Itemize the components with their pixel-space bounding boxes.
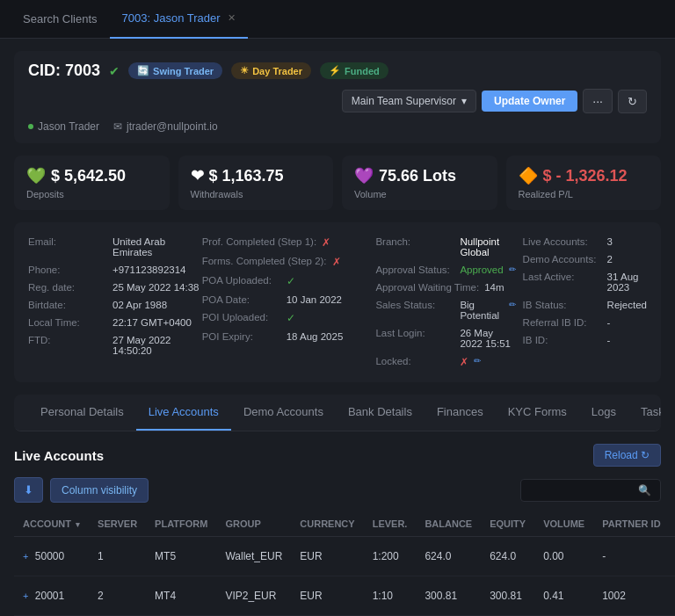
refresh-icon: ↻	[628, 95, 637, 108]
detail-birthdate: Birtdate: 02 Apr 1988	[28, 296, 202, 314]
cell-partner-id: -	[593, 537, 669, 576]
detail-prof-completed: Prof. Completed (Step 1): ✗	[202, 233, 376, 252]
client-header-top-row: CID: 7003 ✔ 🔄 Swing Trader ☀ Day Trader …	[28, 62, 647, 113]
tab-client-7003[interactable]: 7003: Jason Trader ✕	[110, 0, 248, 39]
col-header-currency[interactable]: CURRENCY	[291, 511, 363, 537]
detail-demo-accounts: Demo Accounts: 2	[523, 250, 647, 268]
cell-volume: 0.41	[534, 576, 593, 616]
detail-phone: Phone: +971123892314	[28, 261, 202, 279]
cell-platform: MT4	[146, 576, 216, 616]
cell-balance: 300.81	[416, 576, 481, 616]
detail-ib-id: IB ID: -	[523, 331, 647, 349]
expand-icon[interactable]: +	[23, 591, 28, 601]
client-meta-row: Jason Trader ✉ jtrader@nullpoint.io	[28, 120, 647, 133]
col-header-partner-id[interactable]: PARTNER ID	[593, 511, 669, 537]
cell-currency: EUR	[291, 537, 363, 576]
cell-actions: ···	[670, 537, 675, 576]
more-options-button[interactable]: ···	[583, 89, 613, 113]
funded-icon: ⚡	[329, 65, 341, 76]
swing-icon: 🔄	[137, 65, 149, 76]
accounts-toolbar: ⬇ Column visibility 🔍	[14, 477, 661, 503]
detail-locked: Locked: ✗ ✏	[375, 352, 515, 372]
live-accounts-section: Live Accounts Reload ↻ ⬇ Column visibili…	[14, 444, 661, 616]
badge-funded: ⚡ Funded	[320, 62, 388, 79]
col-header-leverage[interactable]: LEVER.	[364, 511, 417, 537]
col-header-balance[interactable]: BALANCE	[416, 511, 481, 537]
tab-live-accounts[interactable]: Live Accounts	[136, 395, 231, 431]
cell-balance: 624.0	[416, 537, 481, 576]
locked-edit-icon[interactable]: ✏	[474, 356, 481, 366]
detail-poi-expiry: POI Expiry: 18 Aug 2025	[202, 328, 376, 345]
tab-bank-details[interactable]: Bank Details	[336, 395, 425, 431]
detail-forms-completed: Forms. Completed (Step 2): ✗	[202, 252, 376, 272]
cell-group: VIP2_EUR	[216, 576, 291, 616]
detail-ib-status: IB Status: Rejected	[523, 296, 647, 314]
tab-search-clients[interactable]: Search Clients	[11, 0, 110, 39]
search-icon: 🔍	[638, 484, 651, 496]
detail-approval-status: Approval Status: Approved ✏	[375, 261, 515, 279]
cell-volume: 0.00	[534, 537, 593, 576]
detail-col-2: Prof. Completed (Step 1): ✗ Forms. Compl…	[202, 233, 376, 372]
cell-leverage: 1:200	[364, 537, 417, 576]
client-email-meta: ✉ jtrader@nullpoint.io	[113, 120, 218, 133]
approval-edit-icon[interactable]: ✏	[509, 265, 516, 274]
detail-poa-date: POA Date: 10 Jan 2022	[202, 291, 376, 308]
owner-select-group: Main Team Supervisor ▾ Update Owner ··· …	[342, 89, 647, 113]
cell-server: 1	[89, 537, 146, 576]
column-visibility-button[interactable]: Column visibility	[50, 478, 149, 503]
cell-equity: 624.0	[481, 537, 534, 576]
sales-edit-icon[interactable]: ✏	[509, 300, 516, 309]
stat-deposits: 💚 $ 5,642.50 Deposits	[14, 156, 170, 210]
detail-poi-uploaded: POI Uploaded: ✓	[202, 308, 376, 328]
detail-email: Email: United Arab Emirates	[28, 233, 202, 261]
cell-group: Wallet_EUR	[216, 537, 291, 576]
download-button[interactable]: ⬇	[14, 477, 43, 503]
owner-dropdown[interactable]: Main Team Supervisor ▾	[342, 90, 476, 112]
col-header-group[interactable]: GROUP	[216, 511, 291, 537]
tab-finances[interactable]: Finances	[425, 395, 496, 431]
expand-icon[interactable]: +	[23, 551, 28, 562]
email-icon: ✉	[113, 120, 122, 133]
accounts-search-box: 🔍	[520, 479, 661, 502]
reload-button[interactable]: Reload ↻	[593, 444, 661, 467]
tab-personal-details[interactable]: Personal Details	[28, 395, 136, 431]
col-header-server[interactable]: SERVER	[89, 511, 146, 537]
stat-withdrawals: ❤ $ 1,163.75 Withdrawals	[178, 156, 334, 210]
tab-kyc-forms[interactable]: KYC Forms	[496, 395, 579, 431]
col-header-volume[interactable]: VOLUME	[534, 511, 593, 537]
accounts-search-input[interactable]	[530, 484, 633, 496]
col-header-equity[interactable]: EQUITY	[481, 511, 534, 537]
col-header-actions: ACTIONS	[670, 511, 675, 537]
client-header-card: CID: 7003 ✔ 🔄 Swing Trader ☀ Day Trader …	[14, 51, 661, 143]
refresh-button[interactable]: ↻	[618, 90, 647, 113]
withdrawals-icon: ❤	[191, 166, 204, 185]
tab-tasks[interactable]: Tasks 14	[628, 395, 661, 431]
col-header-platform[interactable]: PLATFORM	[146, 511, 216, 537]
detail-col-1: Email: United Arab Emirates Phone: +9711…	[28, 233, 202, 372]
table-header-row: ACCOUNT ▾ SERVER PLATFORM GROUP CURRENCY…	[14, 511, 675, 537]
detail-col-3: Branch: Nullpoint Global Approval Status…	[375, 233, 647, 372]
stats-row: 💚 $ 5,642.50 Deposits ❤ $ 1,163.75 Withd…	[14, 156, 661, 210]
cell-equity: 300.81	[481, 576, 534, 616]
stat-volume: 💜 75.66 Lots Volume	[342, 156, 497, 210]
tab-demo-accounts[interactable]: Demo Accounts	[231, 395, 336, 431]
detail-localtime: Local Time: 22:17 GMT+0400	[28, 314, 202, 331]
detail-last-active: Last Active: 31 Aug 2023	[523, 268, 647, 296]
cid-label: CID: 7003	[28, 62, 100, 80]
close-tab-icon[interactable]: ✕	[228, 12, 236, 24]
cell-server: 2	[89, 576, 146, 616]
update-owner-button[interactable]: Update Owner	[482, 91, 577, 112]
status-dot	[28, 124, 33, 129]
chevron-down-icon: ▾	[461, 95, 467, 107]
sort-icon: ▾	[76, 520, 80, 529]
top-navigation: Search Clients 7003: Jason Trader ✕	[0, 0, 675, 39]
table-row: + 50000 1 MT5 Wallet_EUR EUR 1:200 624.0…	[14, 537, 675, 576]
detail-col-3a: Branch: Nullpoint Global Approval Status…	[375, 233, 515, 372]
tab-logs[interactable]: Logs	[579, 395, 628, 431]
detail-last-login: Last Login: 26 May 2022 15:51	[375, 324, 515, 352]
realized-pl-icon: 🔶	[519, 166, 538, 185]
badge-day-trader: ☀ Day Trader	[231, 62, 311, 79]
col-header-account[interactable]: ACCOUNT ▾	[14, 511, 89, 537]
stat-realized-pl: 🔶 $ - 1,326.12 Realized P/L	[506, 156, 662, 210]
cell-currency: EUR	[291, 576, 363, 616]
